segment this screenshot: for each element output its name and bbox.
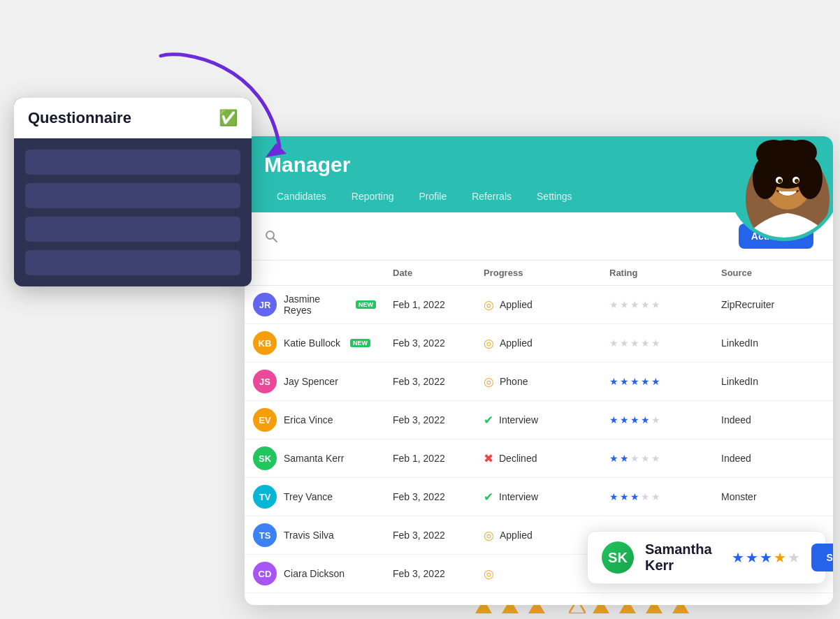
- questionnaire-header: Questionnaire ✅: [14, 98, 252, 138]
- samantha-popup: SK Samantha Kerr ★ ★ ★ ★ ★ Send Assesmen…: [587, 531, 826, 584]
- star-5: ★: [788, 549, 800, 566]
- candidate-name-cell: TS Travis Silva: [245, 516, 384, 555]
- candidate-source: LinkedIn: [713, 363, 833, 401]
- candidate-date: Feb 3, 2022: [384, 555, 475, 593]
- svg-marker-0: [266, 143, 287, 157]
- candidate-date: Feb 3, 2022: [384, 363, 475, 401]
- candidate-name: Ciara Dickson: [284, 568, 345, 579]
- popup-stars: ★ ★ ★ ★ ★: [732, 549, 800, 566]
- star-3: ★: [760, 549, 772, 566]
- search-icon[interactable]: [264, 229, 278, 243]
- candidate-date: Feb 3, 2022: [384, 516, 475, 555]
- table-row[interactable]: SK Samanta Kerr Feb 1, 2022 ✖ Declined ★…: [245, 439, 833, 478]
- popup-candidate-name: Samantha Kerr: [645, 541, 712, 574]
- table-row[interactable]: JS Jay Spencer Feb 3, 2022 ◎ Phone ★★★★★…: [245, 363, 833, 401]
- star-1: ★: [732, 549, 744, 566]
- star-4: ★: [774, 549, 786, 566]
- candidate-rating: ★★★★★: [601, 401, 713, 439]
- table-row[interactable]: TV Trey Vance Feb 3, 2022 ✔ Interview ★★…: [245, 478, 833, 516]
- candidate-name-cell: SK Samanta Kerr: [245, 439, 384, 478]
- svg-point-7: [756, 140, 791, 168]
- tab-settings[interactable]: Settings: [524, 182, 585, 212]
- questionnaire-row: [25, 217, 240, 242]
- candidate-source: LinkedIn: [713, 324, 833, 363]
- send-assessment-button[interactable]: Send Assesment: [811, 544, 833, 571]
- candidate-name-cell: CD Ciara Dickson: [245, 555, 384, 593]
- candidate-progress: ◎ Applied: [475, 324, 601, 363]
- candidate-name-cell: KB Katie Bullock NEW: [245, 324, 384, 363]
- candidate-date: Feb 1, 2022: [384, 286, 475, 324]
- candidate-progress: ◎ Applied: [475, 516, 601, 555]
- questionnaire-card: Questionnaire ✅: [14, 98, 252, 286]
- tab-referrals[interactable]: Referrals: [459, 182, 524, 212]
- candidate-source: Monster: [713, 478, 833, 516]
- svg-point-12: [795, 179, 799, 183]
- col-header-name: [245, 261, 384, 286]
- star-2: ★: [746, 549, 758, 566]
- col-header-date: Date: [384, 261, 475, 286]
- questionnaire-title: Questionnaire: [28, 109, 131, 127]
- candidate-progress: ✔ Interview: [475, 401, 601, 439]
- svg-line-14: [273, 238, 277, 242]
- candidate-name: Samanta Kerr: [284, 453, 344, 464]
- questionnaire-rows: [14, 138, 252, 286]
- candidate-source: Indeed: [713, 439, 833, 478]
- candidate-name: Trey Vance: [284, 491, 333, 502]
- candidate-name-cell: JS Jay Spencer: [245, 363, 384, 401]
- col-header-rating: Rating: [601, 261, 713, 286]
- tab-profile[interactable]: Profile: [407, 182, 460, 212]
- candidate-name-cell: JR Jasmine Reyes NEW: [245, 286, 384, 324]
- svg-point-8: [786, 140, 817, 165]
- candidate-rating: ★★★★★: [601, 324, 713, 363]
- candidate-progress: ✔ Interview: [475, 478, 601, 516]
- candidate-date: Feb 3, 2022: [384, 478, 475, 516]
- col-header-source: Source: [713, 261, 833, 286]
- questionnaire-row: [25, 150, 240, 175]
- popup-avatar: SK: [602, 541, 634, 574]
- candidate-name: Katie Bullock: [284, 337, 340, 349]
- main-window: Manager Candidates Reporting Profile Ref…: [245, 136, 833, 605]
- new-badge: NEW: [356, 300, 376, 309]
- candidate-rating: ★★★★★: [601, 439, 713, 478]
- table-header-row: Date Progress Rating Source: [245, 261, 833, 286]
- candidate-rating: ★★★★★: [601, 286, 713, 324]
- table-row[interactable]: KB Katie Bullock NEW Feb 3, 2022 ◎ Appli…: [245, 324, 833, 363]
- questionnaire-row: [25, 183, 240, 208]
- tab-candidates[interactable]: Candidates: [264, 182, 339, 212]
- table-row[interactable]: EV Erica Vince Feb 3, 2022 ✔ Interview ★…: [245, 401, 833, 439]
- candidate-source: ZipRecruiter: [713, 286, 833, 324]
- col-header-progress: Progress: [475, 261, 601, 286]
- candidate-date: Feb 3, 2022: [384, 401, 475, 439]
- candidate-progress: ✖ Declined: [475, 439, 601, 478]
- candidate-source: Indeed: [713, 401, 833, 439]
- candidate-name: Travis Silva: [284, 530, 334, 541]
- candidate-progress: ◎ Phone: [475, 363, 601, 401]
- candidate-rating: ★★★★★: [601, 478, 713, 516]
- candidate-name-cell: TV Trey Vance: [245, 478, 384, 516]
- candidate-name: Erica Vince: [284, 414, 333, 425]
- tab-reporting[interactable]: Reporting: [339, 182, 407, 212]
- candidate-name: Jasmine Reyes: [284, 293, 346, 316]
- candidate-progress: ◎: [475, 555, 601, 593]
- candidate-date: Feb 3, 2022: [384, 324, 475, 363]
- candidate-name: Jay Spencer: [284, 376, 338, 387]
- svg-point-11: [778, 179, 782, 183]
- candidate-date: Feb 1, 2022: [384, 439, 475, 478]
- questionnaire-check-icon: ✅: [219, 109, 238, 127]
- candidate-rating: ★★★★★: [601, 363, 713, 401]
- new-badge: NEW: [350, 339, 370, 347]
- candidate-name-cell: EV Erica Vince: [245, 401, 384, 439]
- candidate-progress: ◎ Applied: [475, 286, 601, 324]
- table-row[interactable]: JR Jasmine Reyes NEW Feb 1, 2022 ◎ Appli…: [245, 286, 833, 324]
- questionnaire-row: [25, 250, 240, 275]
